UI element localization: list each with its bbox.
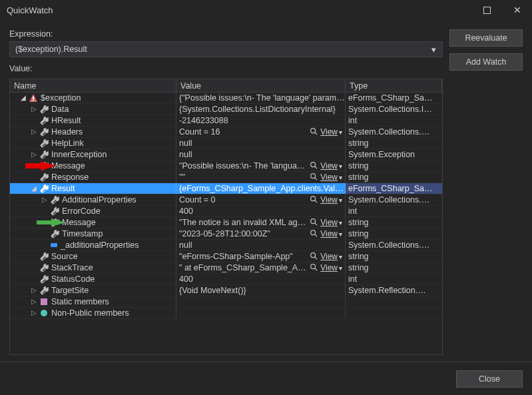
grid-row[interactable]: ▷Non-Public members — [10, 308, 442, 319]
wrench-icon — [39, 252, 49, 261]
view-dropdown-icon[interactable]: ▾ — [339, 129, 342, 136]
row-type: int — [348, 206, 357, 216]
toggle-spacer — [30, 174, 37, 181]
view-link[interactable]: View — [320, 173, 338, 182]
column-type[interactable]: Type — [346, 79, 442, 92]
wrench-icon — [39, 286, 49, 295]
expression-combobox[interactable]: ▾ — [9, 41, 443, 57]
expand-toggle[interactable]: ▷ — [30, 129, 37, 136]
row-type: string — [348, 218, 369, 227]
row-type: eForms_CSharp_Sa… — [348, 93, 432, 103]
column-name[interactable]: Name — [10, 79, 176, 92]
grid-row[interactable]: Timestamp"2023-05-28T12:00:00Z"View▾stri… — [10, 228, 442, 240]
grid-row[interactable]: StatusCode400int — [10, 274, 442, 285]
row-name: $exception — [41, 93, 81, 103]
reevaluate-button[interactable]: Reevaluate — [449, 29, 523, 47]
expand-toggle[interactable]: ▷ — [30, 151, 37, 159]
grid-row[interactable]: Message"The notice is an invalid XML aga… — [10, 217, 442, 228]
maximize-button[interactable] — [472, 0, 502, 20]
row-name: Message — [62, 218, 96, 227]
expand-toggle[interactable]: ▷ — [30, 287, 37, 294]
row-value: "Possible issues:\n- The 'language' para… — [179, 161, 308, 171]
view-dropdown-icon[interactable]: ▾ — [339, 264, 342, 272]
expression-input[interactable] — [14, 44, 427, 55]
toggle-spacer — [30, 276, 37, 283]
visualizer-icon[interactable] — [310, 173, 319, 182]
visualizer-icon[interactable] — [310, 263, 319, 272]
grid-row[interactable]: Source"eForms-CSharp-Sample-App"View▾str… — [10, 251, 442, 262]
row-value: "2023-05-28T12:00:00Z" — [179, 229, 308, 238]
svg-point-3 — [311, 129, 316, 133]
grid-row[interactable]: ◢$exception{"Possible issues:\n- The 'la… — [10, 93, 442, 104]
toggle-spacer — [41, 208, 48, 215]
column-value[interactable]: Value — [176, 79, 346, 92]
grid-row[interactable]: ◢Result{eForms_CSharp_Sample_App.clients… — [10, 183, 442, 195]
grid-row[interactable]: _additionalPropertiesnullSystem.Collecti… — [10, 240, 442, 251]
view-link[interactable]: View — [320, 229, 338, 238]
close-window-button[interactable]: ✕ — [502, 0, 532, 20]
svg-line-8 — [315, 178, 317, 180]
row-type: string — [348, 252, 369, 261]
view-link[interactable]: View — [320, 218, 338, 227]
grid-row[interactable]: Response""View▾string — [10, 172, 442, 183]
grid-row[interactable]: ▷Static members — [10, 296, 442, 308]
grid-body[interactable]: ◢$exception{"Possible issues:\n- The 'la… — [10, 93, 442, 354]
collapse-toggle[interactable]: ◢ — [30, 185, 37, 193]
row-value: null — [179, 150, 345, 159]
toggle-spacer — [30, 253, 37, 260]
grid-row[interactable]: ▷InnerExceptionnullSystem.Exception — [10, 149, 442, 161]
svg-point-7 — [311, 174, 316, 179]
view-dropdown-icon[interactable]: ▾ — [339, 197, 342, 204]
visualizer-icon[interactable] — [310, 229, 319, 238]
view-dropdown-icon[interactable]: ▾ — [339, 219, 342, 226]
row-name: HResult — [51, 116, 81, 125]
titlebar: QuickWatch ✕ — [0, 0, 532, 20]
svg-point-5 — [311, 163, 316, 167]
grid-row[interactable]: ▷AdditionalPropertiesCount = 0View▾Syste… — [10, 195, 442, 206]
row-value: {System.Collections.ListDictionaryIntern… — [179, 105, 345, 114]
close-button[interactable]: Close — [456, 370, 523, 388]
collapse-toggle[interactable]: ◢ — [19, 95, 27, 102]
visualizer-icon[interactable] — [310, 127, 319, 137]
expand-toggle[interactable]: ▷ — [30, 298, 37, 306]
window-title: QuickWatch — [7, 5, 53, 15]
value-grid: Name Value Type ◢$exception{"Possible is… — [9, 79, 443, 355]
chevron-down-icon[interactable]: ▾ — [427, 45, 439, 55]
view-link[interactable]: View — [320, 263, 338, 272]
view-dropdown-icon[interactable]: ▾ — [339, 230, 342, 238]
view-link[interactable]: View — [320, 161, 338, 171]
grid-row[interactable]: HResult-2146233088int — [10, 115, 442, 127]
row-value: "eForms-CSharp-Sample-App" — [179, 252, 308, 261]
row-name: _additionalProperties — [61, 240, 138, 250]
quickwatch-window: QuickWatch ✕ Expression: ▾ Value: Name V… — [0, 0, 532, 395]
view-dropdown-icon[interactable]: ▾ — [339, 174, 342, 181]
view-link[interactable]: View — [320, 127, 338, 137]
visualizer-icon[interactable] — [310, 161, 319, 171]
wrench-icon — [39, 116, 49, 125]
view-dropdown-icon[interactable]: ▾ — [339, 253, 342, 260]
grid-row[interactable]: StackTrace" at eForms_CSharp_Sample_App.… — [10, 262, 442, 274]
grid-row[interactable]: Message"Possible issues:\n- The 'languag… — [10, 161, 442, 172]
row-value: {"Possible issues:\n- The 'language' par… — [179, 93, 345, 103]
row-value: null — [179, 139, 345, 148]
toggle-spacer — [30, 140, 37, 147]
visualizer-icon[interactable] — [310, 218, 319, 227]
grid-header: Name Value Type — [10, 79, 442, 93]
expand-toggle[interactable]: ▷ — [41, 197, 48, 204]
grid-row[interactable]: ▷TargetSite{Void MoveNext()}System.Refle… — [10, 285, 442, 296]
row-value: "The notice is an invalid XML against it… — [179, 218, 308, 227]
add-watch-button[interactable]: Add Watch — [449, 53, 523, 71]
wrench-icon — [50, 229, 59, 238]
row-value: " at eForms_CSharp_Sample_App.clients.Va… — [179, 263, 308, 272]
grid-row[interactable]: ▷HeadersCount = 16View▾System.Collection… — [10, 127, 442, 138]
view-link[interactable]: View — [320, 195, 338, 204]
view-dropdown-icon[interactable]: ▾ — [339, 163, 342, 170]
grid-row[interactable]: ▷Data{System.Collections.ListDictionaryI… — [10, 104, 442, 115]
grid-row[interactable]: HelpLinknullstring — [10, 138, 442, 149]
visualizer-icon[interactable] — [310, 252, 319, 261]
expand-toggle[interactable]: ▷ — [30, 106, 37, 113]
expand-toggle[interactable]: ▷ — [30, 310, 37, 317]
visualizer-icon[interactable] — [310, 195, 319, 204]
view-link[interactable]: View — [320, 252, 338, 261]
grid-row[interactable]: ErrorCode400int — [10, 206, 442, 217]
